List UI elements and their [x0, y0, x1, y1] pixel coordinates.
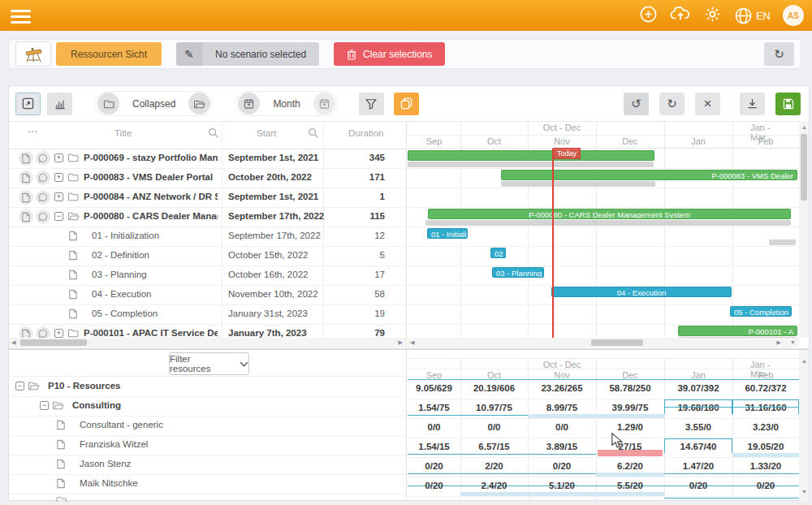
capacity-line: [408, 415, 460, 416]
resource-view-icon-button[interactable]: [15, 41, 51, 67]
comment-icon: [38, 173, 48, 183]
allocation-value: 0/20: [408, 481, 460, 490]
document-icon-button[interactable]: [19, 151, 33, 166]
task-row[interactable]: −P-000080 - CARS Dealer Management SystS…: [9, 207, 407, 227]
allocation-value: 0/20: [408, 461, 460, 471]
cloud-upload-icon[interactable]: [670, 5, 691, 26]
resource-row[interactable]: −P10 - Resources: [9, 377, 407, 397]
zoom-in-calendar-button[interactable]: [313, 93, 335, 114]
allocation-cell: 39.99/75: [596, 399, 664, 418]
refresh-button[interactable]: ↻: [764, 42, 794, 66]
resource-row[interactable]: −Consulting: [9, 396, 407, 417]
redo-button[interactable]: ↻: [659, 93, 685, 115]
copy-scenario-button[interactable]: [394, 93, 419, 115]
column-start[interactable]: Start: [257, 128, 276, 138]
settings-gear-icon[interactable]: [703, 5, 722, 27]
document-icon: [21, 192, 31, 203]
document-icon: [68, 270, 78, 282]
task-bar[interactable]: 03 - Planning: [492, 267, 544, 278]
collapse-all-button[interactable]: [97, 93, 119, 114]
allocation-cell: 9.05/629: [408, 379, 460, 399]
task-bar[interactable]: 04 - Execution: [551, 287, 732, 297]
comment-icon-button[interactable]: [36, 209, 50, 224]
undo-button[interactable]: ↺: [624, 93, 649, 115]
task-row[interactable]: 04 - ExecutionNovember 10th, 202258: [9, 285, 407, 305]
expander-toggle[interactable]: −: [40, 401, 49, 410]
expander-toggle[interactable]: +: [54, 153, 63, 162]
columns-menu[interactable]: ...: [28, 124, 38, 134]
document-icon-button[interactable]: [19, 190, 33, 205]
expander-toggle[interactable]: +: [54, 173, 63, 182]
expand-view-button[interactable]: [15, 93, 41, 115]
filter-resources-dropdown[interactable]: Filter resources: [169, 352, 249, 375]
search-start-icon[interactable]: [308, 127, 318, 140]
allocation-vscrollbar[interactable]: ▲ ▼: [799, 350, 809, 502]
resource-row[interactable]: Franziska Witzel: [9, 435, 407, 455]
document-icon-button[interactable]: [19, 209, 33, 224]
resource-row[interactable]: Jason Stenz: [9, 455, 407, 475]
task-row[interactable]: 01 - InitializationSeptember 17th, 20221…: [9, 227, 407, 247]
comment-icon-button[interactable]: [36, 190, 50, 205]
task-row[interactable]: 05 - CompletionJanuary 31st, 202319: [9, 304, 407, 325]
cancel-button[interactable]: ×: [695, 93, 720, 115]
task-bar[interactable]: 01 - Initializa: [427, 228, 468, 239]
save-button[interactable]: [775, 93, 801, 115]
scenario-selector[interactable]: ✎ No scenario selected: [176, 42, 319, 66]
folder-open-icon: [67, 211, 80, 222]
task-bar[interactable]: 02 -: [490, 248, 506, 258]
search-title-icon[interactable]: [208, 127, 218, 140]
scrollbar-thumb[interactable]: [591, 339, 643, 346]
task-duration: 115: [334, 211, 385, 221]
capacity-line: [732, 407, 799, 408]
column-title[interactable]: Title: [114, 128, 132, 138]
project-bar[interactable]: P-000080 - CARS Dealer Management System: [428, 209, 791, 219]
task-bar[interactable]: 05 - Completion: [730, 306, 792, 317]
project-bar[interactable]: [408, 150, 654, 161]
allocation-cell: 2.4/20: [460, 477, 528, 496]
task-row[interactable]: 03 - PlanningOctober 16th, 202217: [9, 265, 407, 286]
document-icon-button[interactable]: [19, 170, 33, 185]
menu-icon[interactable]: [11, 6, 31, 27]
resource-row[interactable]: Maik Nitschke: [9, 474, 407, 494]
column-duration[interactable]: Duration: [348, 128, 383, 138]
comment-icon-button[interactable]: [36, 151, 50, 166]
expander-toggle[interactable]: +: [54, 192, 63, 201]
download-button[interactable]: [740, 93, 765, 115]
comment-icon-button[interactable]: [36, 170, 50, 185]
task-row[interactable]: +P-000083 - VMS Dealer PortalOctober 20t…: [9, 168, 407, 188]
scrollbar-thumb[interactable]: [20, 339, 87, 346]
resource-view-button[interactable]: Ressourcen Sicht: [56, 42, 162, 66]
allocation-cell: 23.26/265: [528, 379, 596, 399]
expander-toggle[interactable]: −: [15, 382, 24, 391]
pencil-icon[interactable]: ✎: [176, 42, 202, 66]
add-icon[interactable]: [639, 5, 658, 27]
document-icon: [68, 250, 78, 262]
task-row[interactable]: 02 - DefinitionOctober 15th, 20225: [9, 246, 407, 266]
task-title: 05 - Completion: [92, 309, 158, 318]
resource-row[interactable]: Consultant - generic: [9, 416, 407, 436]
gantt-vscrollbar[interactable]: ▲: [799, 121, 809, 338]
language-label[interactable]: EN: [756, 10, 771, 22]
today-line: [552, 149, 554, 338]
resource-name: Jason Stenz: [80, 459, 131, 468]
clear-selections-button[interactable]: Clear selections: [334, 42, 445, 66]
task-table-hscrollbar[interactable]: ◀ ▶: [9, 338, 406, 347]
task-row[interactable]: +P-000069 - stazy Portfolio Management -…: [9, 149, 407, 169]
project-bar[interactable]: P-000101 - A: [678, 326, 797, 336]
capacity-line: [596, 379, 664, 380]
task-start: September 1st, 2021: [228, 153, 318, 162]
comment-icon: [38, 192, 48, 202]
project-bar[interactable]: P-000083 - VMS Dealer: [501, 170, 797, 180]
language-globe-icon[interactable]: EN: [734, 6, 771, 25]
expander-toggle[interactable]: −: [54, 212, 63, 221]
zoom-out-calendar-button[interactable]: [238, 93, 260, 114]
filter-button[interactable]: [359, 93, 384, 115]
document-icon: [68, 289, 78, 301]
expander-toggle[interactable]: +: [54, 329, 63, 338]
histogram-button[interactable]: [47, 93, 72, 115]
scrollbar-thumb[interactable]: [801, 134, 807, 201]
avatar[interactable]: AS: [783, 5, 804, 26]
expand-all-button[interactable]: [188, 93, 210, 114]
gantt-hscrollbar[interactable]: ◀ ▶ ▼: [408, 338, 799, 347]
task-row[interactable]: +P-000084 - ANZ Network / DR Site's Re-d…: [9, 188, 407, 208]
